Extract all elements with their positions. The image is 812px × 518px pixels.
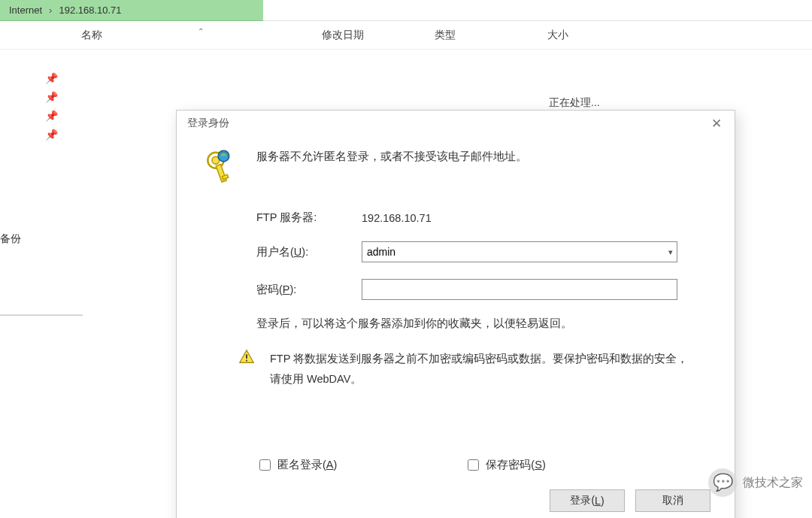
watermark-text: 微技术之家 <box>743 475 803 491</box>
column-headers: 名称 ⌃ 修改日期 类型 大小 <box>0 21 812 50</box>
username-label-pre: 用户名( <box>256 246 294 258</box>
savepw-hk: S <box>535 459 542 471</box>
password-hotkey: P <box>283 283 290 295</box>
login-hk: L <box>595 495 601 507</box>
sidebar-item-backup[interactable]: 备份 <box>0 232 21 246</box>
savepw-pre: 保存密码( <box>486 459 535 471</box>
breadcrumb-internet[interactable]: Internet <box>5 5 47 16</box>
pin-icon: 📌 <box>45 110 58 122</box>
anonymous-login-checkbox[interactable]: 匿名登录(A) <box>256 457 337 473</box>
save-password-checkbox[interactable]: 保存密码(S) <box>465 457 545 473</box>
key-lock-icon <box>202 148 241 189</box>
password-input[interactable] <box>362 279 677 300</box>
ftp-server-value: 192.168.10.71 <box>362 212 432 224</box>
quick-access-pins: 📌 📌 📌 📌 <box>45 72 58 141</box>
ftp-server-label: FTP 服务器: <box>256 211 362 225</box>
column-modified[interactable]: 修改日期 <box>322 29 435 42</box>
cancel-button[interactable]: 取消 <box>635 489 710 512</box>
breadcrumb[interactable]: Internet › 192.168.10.71 <box>0 0 263 21</box>
anonymous-login-input[interactable] <box>259 459 271 471</box>
login-button[interactable]: 登录(L) <box>550 489 625 512</box>
wechat-icon: 💬 <box>708 468 737 497</box>
dialog-message: 服务器不允许匿名登录，或者不接受该电子邮件地址。 <box>256 148 527 164</box>
login-dialog: 登录身份 ✕ 服务器不允许匿名登录，或者不接受该电子邮件地址。 <box>176 110 735 518</box>
watermark: 💬 微技术之家 <box>708 468 803 497</box>
breadcrumb-separator: › <box>49 5 52 16</box>
breadcrumb-address[interactable]: 192.168.10.71 <box>54 5 126 16</box>
svg-rect-5 <box>246 354 247 359</box>
username-label-post: ): <box>301 246 308 258</box>
status-loading: 正在处理... <box>549 96 600 110</box>
password-label-post: ): <box>290 283 297 295</box>
column-type[interactable]: 类型 <box>435 29 547 42</box>
login-pre: 登录( <box>570 494 595 507</box>
savepw-post: ) <box>542 459 546 471</box>
password-label-pre: 密码( <box>256 283 283 295</box>
dialog-title: 登录身份 <box>187 117 229 130</box>
username-hotkey: U <box>294 246 301 258</box>
column-name-label: 名称 <box>81 29 102 41</box>
anon-post: ) <box>334 459 338 471</box>
security-warning: FTP 将数据发送到服务器之前不加密或编码密码或数据。要保护密码和数据的安全，请… <box>270 349 691 389</box>
pin-icon: 📌 <box>45 91 58 103</box>
sort-indicator-icon: ⌃ <box>198 27 204 35</box>
username-input[interactable] <box>362 241 677 262</box>
column-name[interactable]: 名称 ⌃ <box>81 29 322 42</box>
login-post: ) <box>601 495 604 507</box>
anon-pre: 匿名登录( <box>277 459 326 471</box>
pin-icon: 📌 <box>45 129 58 141</box>
save-password-label: 保存密码(S) <box>486 458 545 472</box>
anonymous-login-label: 匿名登录(A) <box>277 458 337 472</box>
warning-icon <box>238 349 256 368</box>
dialog-titlebar[interactable]: 登录身份 ✕ <box>177 111 735 136</box>
save-password-input[interactable] <box>468 459 479 471</box>
anon-hk: A <box>326 459 334 471</box>
username-label: 用户名(U): <box>256 245 362 259</box>
close-button[interactable]: ✕ <box>701 113 732 134</box>
password-label: 密码(P): <box>256 283 362 297</box>
column-size[interactable]: 大小 <box>547 29 660 42</box>
pin-icon: 📌 <box>45 72 58 84</box>
favorites-tip: 登录后，可以将这个服务器添加到你的收藏夹，以便轻易返回。 <box>256 317 715 331</box>
svg-rect-6 <box>246 360 247 362</box>
sidebar-separator <box>0 314 83 315</box>
close-icon: ✕ <box>711 116 722 132</box>
